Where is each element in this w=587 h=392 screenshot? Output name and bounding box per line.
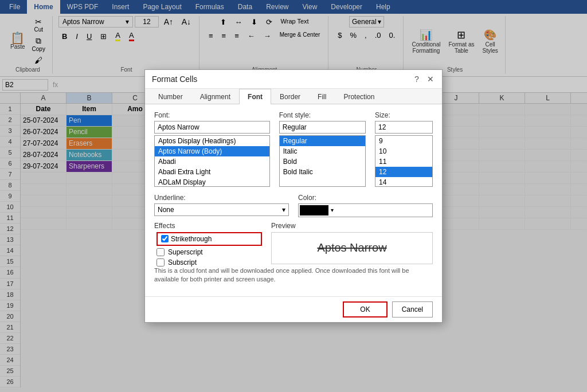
dialog-title-bar: Format Cells ? ✕ [145,70,442,89]
font-name-listbox[interactable]: Aptos Display (Headings) Aptos Narrow (B… [154,135,270,187]
subscript-label: Subscript [168,258,197,266]
superscript-checkbox[interactable] [156,248,165,256]
color-dropdown[interactable]: ▾ [298,203,433,217]
list-item[interactable]: Bold Italic [280,167,365,177]
preview-section: Preview Aptos Narrow [271,222,433,266]
effects-section: Effects Strikethrough Superscript Sub [154,222,262,266]
subscript-checkbox[interactable] [156,258,165,266]
font-size-input-dialog[interactable] [375,121,433,134]
dialog-tab-protection[interactable]: Protection [335,89,383,104]
font-size-column: Size: 9 10 11 12 14 16 [375,111,433,187]
strikethrough-label: Strikethrough [171,235,212,243]
underline-dropdown[interactable]: None ▾ [154,203,289,216]
list-item[interactable]: Aptos Display (Headings) [155,136,269,146]
info-text: This is a cloud font and will be downloa… [154,266,433,284]
dialog-help-button[interactable]: ? [412,75,421,84]
font-name-column: Font: Aptos Display (Headings) Aptos Nar… [154,111,270,187]
dialog-title: Format Cells [152,75,197,84]
underline-column: Underline: None ▾ [154,194,289,217]
list-item[interactable]: Abadi Extra Light [155,167,269,177]
superscript-row: Superscript [156,248,262,256]
font-style-input[interactable] [279,121,366,134]
list-item[interactable]: Regular [280,136,365,146]
strikethrough-row: Strikethrough [156,232,262,246]
ok-button[interactable]: OK [343,301,387,317]
color-label: Color: [298,194,433,202]
dropdown-arrow-icon: ▾ [282,206,285,214]
font-size-listbox[interactable]: 9 10 11 12 14 16 [375,135,433,187]
underline-label: Underline: [154,194,289,202]
color-column: Color: ▾ [298,194,433,217]
list-item[interactable]: 11 [375,156,432,167]
effects-preview-row: Effects Strikethrough Superscript Sub [154,222,433,266]
list-item[interactable]: Bold [280,156,365,167]
list-item[interactable]: 12 [375,167,432,177]
dialog-footer: OK Cancel [145,296,442,322]
font-name-input[interactable] [154,121,270,134]
preview-text: Aptos Narrow [317,241,386,254]
font-style-size-section: Font: Aptos Display (Headings) Aptos Nar… [154,111,433,187]
list-item[interactable]: Abadi [155,156,269,167]
color-arrow-icon: ▾ [328,207,336,213]
dialog-tab-font[interactable]: Font [239,89,271,104]
cancel-button[interactable]: Cancel [392,301,433,317]
font-style-listbox[interactable]: Regular Italic Bold Bold Italic [279,135,366,187]
font-size-label: Size: [375,111,433,119]
dialog-tab-bar: Number Alignment Font Border Fill Protec… [145,89,442,104]
dialog-tab-alignment[interactable]: Alignment [191,89,239,104]
strikethrough-checkbox[interactable] [161,235,169,242]
superscript-label: Superscript [168,248,203,256]
list-item[interactable]: 9 [375,136,432,146]
dialog-font-tab-body: Font: Aptos Display (Headings) Aptos Nar… [145,104,442,297]
dialog-tab-border[interactable]: Border [271,89,309,104]
dialog-window-controls: ? ✕ [412,75,435,84]
format-cells-dialog: Format Cells ? ✕ Number Alignment Font B… [144,69,443,323]
list-item[interactable]: 14 [375,177,432,187]
dialog-overlay: Format Cells ? ✕ Number Alignment Font B… [0,0,587,387]
font-name-label: Font: [154,111,270,119]
dialog-tab-fill[interactable]: Fill [309,89,335,104]
dialog-close-button[interactable]: ✕ [426,75,435,84]
preview-box: Aptos Narrow [271,232,433,264]
list-item[interactable]: ADLaM Display [155,177,269,187]
list-item[interactable]: Aptos Narrow (Body) [155,146,269,156]
subscript-row: Subscript [156,258,262,266]
underline-color-section: Underline: None ▾ Color: ▾ [154,194,433,217]
list-item[interactable]: Italic [280,146,365,156]
list-item[interactable]: 10 [375,146,432,156]
color-swatch [300,205,328,215]
font-style-label: Font style: [279,111,366,119]
preview-label: Preview [271,222,433,230]
effects-group: Strikethrough Superscript Subscript [154,232,262,266]
dialog-tab-number[interactable]: Number [150,89,191,104]
font-style-column: Font style: Regular Italic Bold Bold Ita… [279,111,366,187]
effects-label: Effects [154,222,262,230]
